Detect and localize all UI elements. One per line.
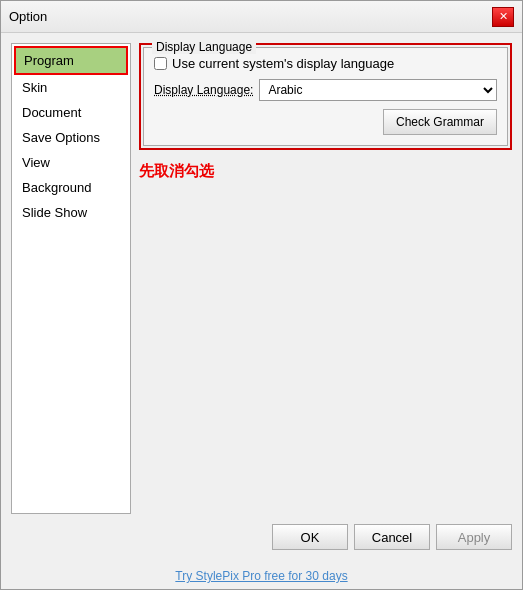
display-lang-row: Display Language: ArabicEnglishChineseFr… bbox=[154, 79, 497, 101]
grammar-row: Check Grammar bbox=[154, 109, 497, 135]
annotation-text: 先取消勾选 bbox=[139, 162, 512, 181]
dropdown-label: Display Language: bbox=[154, 83, 253, 97]
title-bar: Option ✕ bbox=[1, 1, 522, 33]
sidebar-item-view[interactable]: View bbox=[14, 150, 128, 175]
use-system-language-checkbox[interactable] bbox=[154, 57, 167, 70]
footer: Try StylePix Pro free for 30 days bbox=[1, 560, 522, 589]
group-box-title: Display Language bbox=[152, 40, 256, 54]
display-lang-group-outer: Display Language Use current system's di… bbox=[139, 43, 512, 150]
sidebar-item-document[interactable]: Document bbox=[14, 100, 128, 125]
cancel-button[interactable]: Cancel bbox=[354, 524, 430, 550]
option-dialog: Option ✕ ProgramSkinDocumentSave Options… bbox=[0, 0, 523, 590]
right-panel: Display Language Use current system's di… bbox=[139, 43, 512, 514]
sidebar-item-program[interactable]: Program bbox=[14, 46, 128, 75]
main-area: ProgramSkinDocumentSave OptionsViewBackg… bbox=[11, 43, 512, 514]
group-box-inner: Use current system's display language Di… bbox=[154, 56, 497, 135]
try-stylepix-link[interactable]: Try StylePix Pro free for 30 days bbox=[175, 569, 347, 583]
title-controls: ✕ bbox=[492, 7, 514, 27]
display-lang-group: Display Language Use current system's di… bbox=[143, 47, 508, 146]
ok-button[interactable]: OK bbox=[272, 524, 348, 550]
window-content: ProgramSkinDocumentSave OptionsViewBackg… bbox=[1, 33, 522, 560]
apply-button[interactable]: Apply bbox=[436, 524, 512, 550]
sidebar-item-save-options[interactable]: Save Options bbox=[14, 125, 128, 150]
checkbox-row: Use current system's display language bbox=[154, 56, 497, 71]
language-dropdown[interactable]: ArabicEnglishChineseFrenchGermanSpanish bbox=[259, 79, 497, 101]
bottom-buttons: OK Cancel Apply bbox=[11, 524, 512, 550]
sidebar-item-skin[interactable]: Skin bbox=[14, 75, 128, 100]
sidebar: ProgramSkinDocumentSave OptionsViewBackg… bbox=[11, 43, 131, 514]
sidebar-item-slide-show[interactable]: Slide Show bbox=[14, 200, 128, 225]
spacer bbox=[139, 189, 512, 514]
sidebar-item-background[interactable]: Background bbox=[14, 175, 128, 200]
check-grammar-button[interactable]: Check Grammar bbox=[383, 109, 497, 135]
window-title: Option bbox=[9, 9, 47, 24]
checkbox-label: Use current system's display language bbox=[172, 56, 394, 71]
close-button[interactable]: ✕ bbox=[492, 7, 514, 27]
